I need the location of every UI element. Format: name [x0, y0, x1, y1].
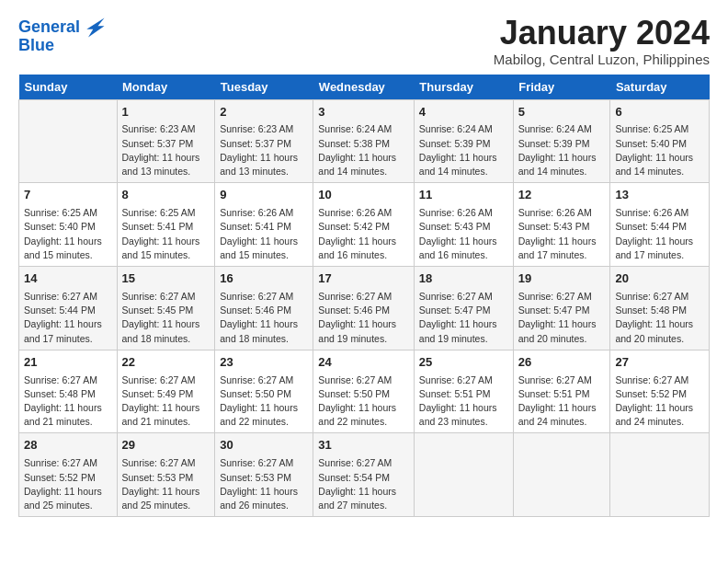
calendar-cell: 28Sunrise: 6:27 AM Sunset: 5:52 PM Dayli… — [19, 433, 118, 517]
calendar-header-monday: Monday — [117, 75, 215, 100]
calendar-cell: 12Sunrise: 6:26 AM Sunset: 5:43 PM Dayli… — [513, 183, 610, 267]
calendar-cell: 29Sunrise: 6:27 AM Sunset: 5:53 PM Dayli… — [117, 433, 215, 517]
day-info: Sunrise: 6:27 AM Sunset: 5:52 PM Dayligh… — [24, 456, 112, 512]
day-info: Sunrise: 6:27 AM Sunset: 5:53 PM Dayligh… — [220, 456, 308, 512]
calendar-cell: 16Sunrise: 6:27 AM Sunset: 5:46 PM Dayli… — [215, 267, 313, 350]
calendar-week-row: 1Sunrise: 6:23 AM Sunset: 5:37 PM Daylig… — [19, 99, 710, 183]
calendar-cell: 23Sunrise: 6:27 AM Sunset: 5:50 PM Dayli… — [215, 350, 313, 433]
day-info: Sunrise: 6:27 AM Sunset: 5:53 PM Dayligh… — [122, 456, 210, 512]
day-info: Sunrise: 6:26 AM Sunset: 5:42 PM Dayligh… — [318, 206, 409, 262]
day-info: Sunrise: 6:27 AM Sunset: 5:46 PM Dayligh… — [220, 290, 308, 346]
logo-icon — [82, 15, 108, 40]
calendar-cell: 10Sunrise: 6:26 AM Sunset: 5:42 PM Dayli… — [313, 183, 415, 267]
day-info: Sunrise: 6:24 AM Sunset: 5:39 PM Dayligh… — [518, 122, 606, 178]
calendar-week-row: 21Sunrise: 6:27 AM Sunset: 5:48 PM Dayli… — [19, 350, 710, 433]
calendar-cell — [19, 99, 118, 183]
calendar-week-row: 28Sunrise: 6:27 AM Sunset: 5:52 PM Dayli… — [19, 433, 710, 517]
month-title: January 2024 — [494, 15, 710, 52]
calendar-cell: 15Sunrise: 6:27 AM Sunset: 5:45 PM Dayli… — [117, 267, 215, 350]
day-number: 29 — [122, 437, 210, 454]
day-number: 14 — [24, 270, 112, 288]
day-number: 17 — [318, 270, 409, 288]
day-info: Sunrise: 6:27 AM Sunset: 5:50 PM Dayligh… — [318, 373, 409, 430]
day-number: 26 — [518, 354, 606, 372]
day-info: Sunrise: 6:26 AM Sunset: 5:43 PM Dayligh… — [419, 206, 508, 262]
day-number: 15 — [122, 270, 210, 288]
calendar-cell: 13Sunrise: 6:26 AM Sunset: 5:44 PM Dayli… — [610, 183, 710, 267]
day-number: 28 — [24, 437, 112, 454]
day-number: 30 — [220, 437, 308, 454]
calendar-week-row: 14Sunrise: 6:27 AM Sunset: 5:44 PM Dayli… — [19, 267, 710, 350]
title-block: January 2024 Mabilog, Central Luzon, Phi… — [494, 15, 710, 67]
day-number: 9 — [220, 187, 308, 204]
calendar-cell: 30Sunrise: 6:27 AM Sunset: 5:53 PM Dayli… — [215, 433, 313, 517]
logo-blue-text: Blue — [18, 37, 54, 55]
calendar-header-row: SundayMondayTuesdayWednesdayThursdayFrid… — [19, 75, 710, 100]
calendar-header-saturday: Saturday — [610, 75, 710, 100]
calendar-cell: 17Sunrise: 6:27 AM Sunset: 5:46 PM Dayli… — [313, 267, 415, 350]
day-number: 24 — [318, 354, 409, 372]
day-number: 12 — [518, 187, 606, 204]
day-number: 7 — [24, 187, 112, 204]
day-number: 31 — [318, 437, 409, 454]
calendar-cell: 26Sunrise: 6:27 AM Sunset: 5:51 PM Dayli… — [513, 350, 610, 433]
calendar-cell: 2Sunrise: 6:23 AM Sunset: 5:37 PM Daylig… — [215, 99, 313, 183]
calendar-cell: 21Sunrise: 6:27 AM Sunset: 5:48 PM Dayli… — [19, 350, 118, 433]
day-info: Sunrise: 6:27 AM Sunset: 5:44 PM Dayligh… — [24, 290, 112, 346]
day-info: Sunrise: 6:23 AM Sunset: 5:37 PM Dayligh… — [220, 122, 308, 178]
calendar-cell: 1Sunrise: 6:23 AM Sunset: 5:37 PM Daylig… — [117, 99, 215, 183]
day-info: Sunrise: 6:27 AM Sunset: 5:48 PM Dayligh… — [24, 373, 112, 430]
day-number: 5 — [518, 104, 606, 121]
calendar-cell: 19Sunrise: 6:27 AM Sunset: 5:47 PM Dayli… — [513, 267, 610, 350]
calendar-cell — [610, 433, 710, 517]
calendar-cell: 5Sunrise: 6:24 AM Sunset: 5:39 PM Daylig… — [513, 99, 610, 183]
day-info: Sunrise: 6:27 AM Sunset: 5:49 PM Dayligh… — [122, 373, 210, 430]
day-number: 25 — [419, 354, 508, 372]
location-subtitle: Mabilog, Central Luzon, Philippines — [494, 52, 710, 67]
page-header: General Blue January 2024 Mabilog, Centr… — [18, 15, 710, 67]
calendar-header-friday: Friday — [513, 75, 610, 100]
calendar-cell — [414, 433, 513, 517]
day-info: Sunrise: 6:27 AM Sunset: 5:51 PM Dayligh… — [419, 373, 508, 430]
day-number: 1 — [122, 104, 210, 121]
day-number: 6 — [615, 104, 704, 121]
day-info: Sunrise: 6:27 AM Sunset: 5:47 PM Dayligh… — [518, 290, 606, 346]
day-info: Sunrise: 6:26 AM Sunset: 5:44 PM Dayligh… — [615, 206, 704, 262]
day-number: 10 — [318, 187, 409, 204]
calendar-cell: 20Sunrise: 6:27 AM Sunset: 5:48 PM Dayli… — [610, 267, 710, 350]
day-number: 21 — [24, 354, 112, 372]
day-number: 27 — [615, 354, 704, 372]
day-number: 19 — [518, 270, 606, 288]
day-number: 2 — [220, 104, 308, 121]
day-info: Sunrise: 6:27 AM Sunset: 5:54 PM Dayligh… — [318, 456, 409, 512]
day-info: Sunrise: 6:26 AM Sunset: 5:43 PM Dayligh… — [518, 206, 606, 262]
calendar-cell: 18Sunrise: 6:27 AM Sunset: 5:47 PM Dayli… — [414, 267, 513, 350]
day-info: Sunrise: 6:26 AM Sunset: 5:41 PM Dayligh… — [220, 206, 308, 262]
day-info: Sunrise: 6:25 AM Sunset: 5:41 PM Dayligh… — [122, 206, 210, 262]
calendar-header-sunday: Sunday — [19, 75, 118, 100]
calendar-cell — [513, 433, 610, 517]
day-number: 11 — [419, 187, 508, 204]
calendar-cell: 9Sunrise: 6:26 AM Sunset: 5:41 PM Daylig… — [215, 183, 313, 267]
calendar-header-wednesday: Wednesday — [313, 75, 415, 100]
day-info: Sunrise: 6:24 AM Sunset: 5:39 PM Dayligh… — [419, 122, 508, 178]
calendar-cell: 6Sunrise: 6:25 AM Sunset: 5:40 PM Daylig… — [610, 99, 710, 183]
day-info: Sunrise: 6:27 AM Sunset: 5:50 PM Dayligh… — [220, 373, 308, 430]
day-info: Sunrise: 6:27 AM Sunset: 5:48 PM Dayligh… — [615, 290, 704, 346]
calendar-cell: 31Sunrise: 6:27 AM Sunset: 5:54 PM Dayli… — [313, 433, 415, 517]
day-number: 22 — [122, 354, 210, 372]
calendar-cell: 7Sunrise: 6:25 AM Sunset: 5:40 PM Daylig… — [19, 183, 118, 267]
calendar-cell: 4Sunrise: 6:24 AM Sunset: 5:39 PM Daylig… — [414, 99, 513, 183]
day-number: 23 — [220, 354, 308, 372]
calendar-header-tuesday: Tuesday — [215, 75, 313, 100]
day-info: Sunrise: 6:24 AM Sunset: 5:38 PM Dayligh… — [318, 122, 409, 178]
calendar-cell: 27Sunrise: 6:27 AM Sunset: 5:52 PM Dayli… — [610, 350, 710, 433]
day-number: 4 — [419, 104, 508, 121]
logo-text: General — [18, 18, 80, 37]
day-number: 18 — [419, 270, 508, 288]
calendar-header-thursday: Thursday — [414, 75, 513, 100]
day-info: Sunrise: 6:25 AM Sunset: 5:40 PM Dayligh… — [24, 206, 112, 262]
logo: General Blue — [18, 15, 108, 55]
calendar-cell: 24Sunrise: 6:27 AM Sunset: 5:50 PM Dayli… — [313, 350, 415, 433]
day-info: Sunrise: 6:25 AM Sunset: 5:40 PM Dayligh… — [615, 122, 704, 178]
